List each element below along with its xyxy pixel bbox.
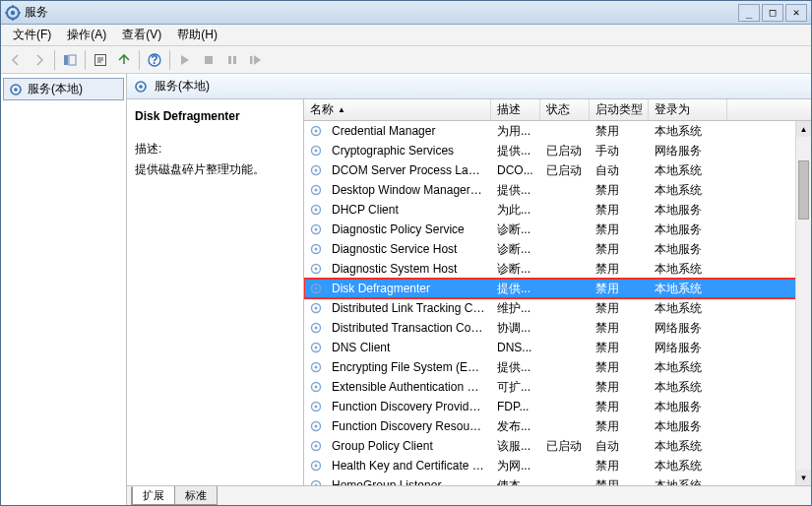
service-row[interactable]: Extensible Authentication Proto...可扩...禁… (304, 377, 811, 397)
service-row[interactable]: Health Key and Certificate Man...为网...禁用… (304, 456, 811, 475)
menu-view[interactable]: 查看(V) (114, 25, 169, 45)
back-button[interactable] (5, 49, 27, 71)
gear-icon (308, 379, 324, 395)
list-pane: 名称▲ 描述 状态 启动类型 登录为 Credential Manager为用.… (304, 99, 811, 485)
service-row[interactable]: Encrypting File System (EFS)提供...禁用本地系统 (304, 357, 811, 377)
svg-point-12 (14, 88, 18, 92)
cell-name: Function Discovery Resource P... (326, 419, 491, 433)
service-row[interactable]: Group Policy Client该服...已启动自动本地系统 (304, 436, 811, 456)
scroll-thumb[interactable] (798, 160, 809, 220)
export-list-button[interactable] (113, 49, 135, 71)
cell-name: DHCP Client (326, 203, 491, 217)
scroll-down-button[interactable]: ▼ (796, 470, 811, 485)
service-row[interactable]: Cryptographic Services提供...已启动手动网络服务 (304, 141, 811, 160)
cell-starttype: 禁用 (590, 399, 649, 415)
list-header: 名称▲ 描述 状态 启动类型 登录为 (304, 99, 811, 121)
gear-icon (308, 123, 324, 139)
service-row[interactable]: Function Discovery Provider HostFDP...禁用… (304, 397, 811, 416)
menu-action[interactable]: 操作(A) (59, 25, 114, 45)
cell-desc: FDP... (491, 400, 540, 413)
minimize-button[interactable]: _ (738, 4, 760, 22)
app-icon (5, 5, 21, 21)
menu-file[interactable]: 文件(F) (5, 25, 59, 45)
cell-starttype: 禁用 (590, 418, 649, 435)
cell-starttype: 禁用 (590, 281, 649, 297)
service-row[interactable]: Credential Manager为用...禁用本地系统 (304, 121, 811, 141)
scroll-up-button[interactable]: ▲ (796, 121, 811, 137)
cell-name: DNS Client (326, 341, 491, 354)
col-header-status[interactable]: 状态 (540, 99, 590, 120)
col-header-starttype[interactable]: 启动类型 (590, 99, 649, 120)
svg-point-28 (315, 248, 318, 251)
selected-service-title: Disk Defragmenter (135, 109, 295, 123)
cell-desc: 可扩... (491, 379, 540, 396)
close-button[interactable]: ✕ (785, 4, 807, 22)
col-header-logon[interactable]: 登录为 (649, 99, 727, 120)
service-row[interactable]: DHCP Client为此...禁用本地服务 (304, 200, 811, 220)
cell-starttype: 禁用 (590, 359, 649, 376)
pause-service-button[interactable] (221, 49, 243, 71)
svg-point-24 (315, 209, 318, 212)
properties-button[interactable] (90, 49, 111, 71)
service-row[interactable]: Disk Defragmenter提供...禁用本地系统 (304, 279, 811, 298)
cell-logon: 本地系统 (649, 281, 727, 297)
cell-starttype: 自动 (590, 438, 649, 455)
col-header-name[interactable]: 名称▲ (304, 99, 491, 120)
service-row[interactable]: Diagnostic Policy Service诊断...禁用本地服务 (304, 220, 811, 239)
cell-logon: 本地服务 (649, 202, 727, 219)
service-row[interactable]: Diagnostic System Host诊断...禁用本地系统 (304, 259, 811, 279)
maximize-button[interactable]: □ (762, 4, 783, 22)
service-row[interactable]: HomeGroup Listener使本...禁用本地系统 (304, 475, 811, 485)
cell-desc: 提供... (491, 281, 540, 297)
cell-name: DCOM Server Process Launcher (326, 163, 491, 177)
window-title: 服务 (25, 4, 738, 21)
cell-name: Health Key and Certificate Man... (326, 459, 491, 473)
service-row[interactable]: DNS ClientDNS...禁用网络服务 (304, 338, 811, 357)
svg-rect-10 (250, 56, 253, 64)
cell-desc: 提供... (491, 143, 540, 159)
svg-rect-9 (233, 56, 236, 64)
cell-desc: 诊断... (491, 241, 540, 258)
svg-point-20 (315, 169, 318, 172)
cell-starttype: 禁用 (590, 477, 649, 486)
cell-name: Function Discovery Provider Host (326, 400, 491, 413)
svg-point-34 (315, 307, 318, 310)
service-row[interactable]: Desktop Window Manager Ses...提供...禁用本地系统 (304, 180, 811, 200)
cell-status: 已启动 (540, 162, 590, 179)
cell-starttype: 禁用 (590, 221, 649, 238)
service-row[interactable]: DCOM Server Process LauncherDCO...已启动自动本… (304, 160, 811, 180)
show-hide-tree-button[interactable] (59, 49, 81, 71)
cell-desc: DCO... (491, 163, 540, 177)
svg-point-26 (315, 228, 318, 231)
service-row[interactable]: Diagnostic Service Host诊断...禁用本地服务 (304, 239, 811, 259)
vertical-scrollbar[interactable]: ▲ ▼ (795, 121, 811, 485)
svg-point-50 (315, 465, 318, 468)
svg-point-44 (315, 406, 318, 409)
start-service-button[interactable] (174, 49, 196, 71)
tab-extended[interactable]: 扩展 (132, 486, 175, 505)
forward-button[interactable] (29, 49, 50, 71)
cell-desc: 该服... (491, 438, 540, 455)
gear-icon (308, 281, 324, 296)
cell-desc: 诊断... (491, 221, 540, 238)
cell-logon: 本地服务 (649, 399, 727, 415)
service-row[interactable]: Function Discovery Resource P...发布...禁用本… (304, 416, 811, 436)
stop-service-button[interactable] (198, 49, 219, 71)
cell-name: Extensible Authentication Proto... (326, 380, 491, 394)
menu-help[interactable]: 帮助(H) (169, 25, 225, 45)
tab-standard[interactable]: 标准 (174, 486, 218, 505)
col-header-desc[interactable]: 描述 (491, 99, 540, 120)
svg-point-36 (315, 327, 318, 330)
help-button[interactable]: ? (144, 49, 165, 71)
sort-asc-icon: ▲ (338, 105, 345, 114)
tree-root-services-local[interactable]: 服务(本地) (3, 78, 124, 100)
service-row[interactable]: Distributed Link Tracking Client维护...禁用本… (304, 298, 811, 318)
restart-service-button[interactable] (245, 49, 267, 71)
right-header: 服务(本地) (127, 74, 811, 99)
service-row[interactable]: Distributed Transaction Coordi...协调...禁用… (304, 318, 811, 338)
cell-name: Distributed Link Tracking Client (326, 301, 491, 315)
window-buttons: _ □ ✕ (738, 4, 807, 22)
cell-name: Disk Defragmenter (326, 282, 491, 295)
svg-text:?: ? (151, 53, 157, 67)
cell-logon: 本地系统 (649, 123, 727, 140)
